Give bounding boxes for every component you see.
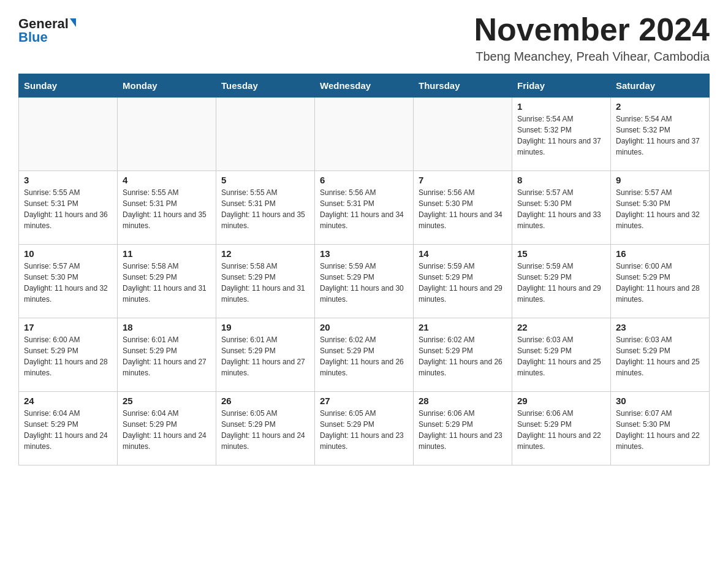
sun-info: Sunrise: 5:59 AMSunset: 5:29 PMDaylight:… bbox=[419, 261, 507, 305]
week-row-1: 1Sunrise: 5:54 AMSunset: 5:32 PMDaylight… bbox=[19, 98, 710, 171]
logo-blue-text: Blue bbox=[18, 31, 48, 44]
day-number: 8 bbox=[517, 175, 605, 185]
day-number: 24 bbox=[24, 396, 112, 406]
calendar-cell-3-3: 20Sunrise: 6:02 AMSunset: 5:29 PMDayligh… bbox=[315, 318, 414, 392]
sun-info: Sunrise: 5:55 AMSunset: 5:31 PMDaylight:… bbox=[123, 187, 211, 231]
calendar-cell-0-3 bbox=[315, 98, 414, 171]
weekday-header-row: Sunday Monday Tuesday Wednesday Thursday… bbox=[19, 74, 710, 98]
day-number: 21 bbox=[419, 322, 507, 332]
sun-info: Sunrise: 6:03 AMSunset: 5:29 PMDaylight:… bbox=[517, 334, 605, 378]
sun-info: Sunrise: 5:58 AMSunset: 5:29 PMDaylight:… bbox=[123, 261, 211, 305]
day-number: 6 bbox=[320, 175, 408, 185]
calendar-cell-1-2: 5Sunrise: 5:55 AMSunset: 5:31 PMDaylight… bbox=[216, 171, 315, 245]
day-number: 12 bbox=[221, 248, 309, 259]
day-number: 2 bbox=[616, 101, 704, 112]
logo-arrow-icon bbox=[70, 18, 76, 27]
calendar-cell-1-1: 4Sunrise: 5:55 AMSunset: 5:31 PMDaylight… bbox=[118, 171, 216, 245]
header-sunday: Sunday bbox=[19, 74, 118, 98]
header-friday: Friday bbox=[512, 74, 611, 98]
header-thursday: Thursday bbox=[414, 74, 512, 98]
sun-info: Sunrise: 6:00 AMSunset: 5:29 PMDaylight:… bbox=[616, 261, 704, 305]
header: General Blue November 2024 Tbeng Meanche… bbox=[18, 12, 710, 64]
calendar-cell-4-5: 29Sunrise: 6:06 AMSunset: 5:29 PMDayligh… bbox=[512, 392, 611, 465]
day-number: 1 bbox=[517, 101, 605, 112]
header-monday: Monday bbox=[118, 74, 216, 98]
day-number: 16 bbox=[616, 248, 704, 259]
sun-info: Sunrise: 5:57 AMSunset: 5:30 PMDaylight:… bbox=[24, 261, 112, 305]
day-number: 13 bbox=[320, 248, 408, 259]
sun-info: Sunrise: 5:57 AMSunset: 5:30 PMDaylight:… bbox=[616, 187, 704, 231]
week-row-2: 3Sunrise: 5:55 AMSunset: 5:31 PMDaylight… bbox=[19, 171, 710, 245]
calendar-cell-4-6: 30Sunrise: 6:07 AMSunset: 5:30 PMDayligh… bbox=[611, 392, 710, 465]
calendar-cell-1-5: 8Sunrise: 5:57 AMSunset: 5:30 PMDaylight… bbox=[512, 171, 611, 245]
calendar-cell-3-1: 18Sunrise: 6:01 AMSunset: 5:29 PMDayligh… bbox=[118, 318, 216, 392]
day-number: 23 bbox=[616, 322, 704, 332]
sun-info: Sunrise: 6:04 AMSunset: 5:29 PMDaylight:… bbox=[123, 408, 211, 452]
header-wednesday: Wednesday bbox=[315, 74, 414, 98]
day-number: 19 bbox=[221, 322, 309, 332]
calendar-cell-2-4: 14Sunrise: 5:59 AMSunset: 5:29 PMDayligh… bbox=[414, 245, 512, 318]
calendar-cell-2-3: 13Sunrise: 5:59 AMSunset: 5:29 PMDayligh… bbox=[315, 245, 414, 318]
sun-info: Sunrise: 6:03 AMSunset: 5:29 PMDaylight:… bbox=[616, 334, 704, 378]
day-number: 18 bbox=[123, 322, 211, 332]
calendar-table: Sunday Monday Tuesday Wednesday Thursday… bbox=[18, 74, 710, 465]
sun-info: Sunrise: 6:05 AMSunset: 5:29 PMDaylight:… bbox=[221, 408, 309, 452]
calendar-cell-2-6: 16Sunrise: 6:00 AMSunset: 5:29 PMDayligh… bbox=[611, 245, 710, 318]
calendar-cell-3-0: 17Sunrise: 6:00 AMSunset: 5:29 PMDayligh… bbox=[19, 318, 118, 392]
calendar-cell-0-0 bbox=[19, 98, 118, 171]
sun-info: Sunrise: 6:07 AMSunset: 5:30 PMDaylight:… bbox=[616, 408, 704, 452]
day-number: 28 bbox=[419, 396, 507, 406]
day-number: 5 bbox=[221, 175, 309, 185]
week-row-5: 24Sunrise: 6:04 AMSunset: 5:29 PMDayligh… bbox=[19, 392, 710, 465]
title-block: November 2024 Tbeng Meanchey, Preah Vihe… bbox=[474, 12, 710, 64]
day-number: 20 bbox=[320, 322, 408, 332]
calendar-cell-1-6: 9Sunrise: 5:57 AMSunset: 5:30 PMDaylight… bbox=[611, 171, 710, 245]
sun-info: Sunrise: 6:02 AMSunset: 5:29 PMDaylight:… bbox=[419, 334, 507, 378]
week-row-4: 17Sunrise: 6:00 AMSunset: 5:29 PMDayligh… bbox=[19, 318, 710, 392]
calendar-cell-1-3: 6Sunrise: 5:56 AMSunset: 5:31 PMDaylight… bbox=[315, 171, 414, 245]
day-number: 17 bbox=[24, 322, 112, 332]
calendar-cell-0-4 bbox=[414, 98, 512, 171]
sun-info: Sunrise: 6:06 AMSunset: 5:29 PMDaylight:… bbox=[517, 408, 605, 452]
calendar-cell-0-1 bbox=[118, 98, 216, 171]
day-number: 4 bbox=[123, 175, 211, 185]
sun-info: Sunrise: 6:01 AMSunset: 5:29 PMDaylight:… bbox=[221, 334, 309, 378]
header-tuesday: Tuesday bbox=[216, 74, 315, 98]
day-number: 11 bbox=[123, 248, 211, 259]
calendar-cell-4-1: 25Sunrise: 6:04 AMSunset: 5:29 PMDayligh… bbox=[118, 392, 216, 465]
calendar-cell-2-0: 10Sunrise: 5:57 AMSunset: 5:30 PMDayligh… bbox=[19, 245, 118, 318]
sun-info: Sunrise: 6:02 AMSunset: 5:29 PMDaylight:… bbox=[320, 334, 408, 378]
calendar-cell-4-3: 27Sunrise: 6:05 AMSunset: 5:29 PMDayligh… bbox=[315, 392, 414, 465]
logo: General Blue bbox=[18, 17, 76, 44]
day-number: 9 bbox=[616, 175, 704, 185]
day-number: 29 bbox=[517, 396, 605, 406]
week-row-3: 10Sunrise: 5:57 AMSunset: 5:30 PMDayligh… bbox=[19, 245, 710, 318]
calendar-cell-2-2: 12Sunrise: 5:58 AMSunset: 5:29 PMDayligh… bbox=[216, 245, 315, 318]
logo-general-text: General bbox=[18, 17, 69, 31]
day-number: 15 bbox=[517, 248, 605, 259]
sun-info: Sunrise: 6:06 AMSunset: 5:29 PMDaylight:… bbox=[419, 408, 507, 452]
day-number: 3 bbox=[24, 175, 112, 185]
calendar-cell-3-5: 22Sunrise: 6:03 AMSunset: 5:29 PMDayligh… bbox=[512, 318, 611, 392]
day-number: 26 bbox=[221, 396, 309, 406]
calendar-cell-1-4: 7Sunrise: 5:56 AMSunset: 5:30 PMDaylight… bbox=[414, 171, 512, 245]
sun-info: Sunrise: 5:56 AMSunset: 5:30 PMDaylight:… bbox=[419, 187, 507, 231]
sun-info: Sunrise: 5:56 AMSunset: 5:31 PMDaylight:… bbox=[320, 187, 408, 231]
sun-info: Sunrise: 6:00 AMSunset: 5:29 PMDaylight:… bbox=[24, 334, 112, 378]
sun-info: Sunrise: 5:59 AMSunset: 5:29 PMDaylight:… bbox=[517, 261, 605, 305]
calendar-title: November 2024 bbox=[474, 12, 710, 47]
calendar-subtitle: Tbeng Meanchey, Preah Vihear, Cambodia bbox=[474, 50, 710, 64]
sun-info: Sunrise: 5:58 AMSunset: 5:29 PMDaylight:… bbox=[221, 261, 309, 305]
calendar-cell-0-2 bbox=[216, 98, 315, 171]
sun-info: Sunrise: 6:01 AMSunset: 5:29 PMDaylight:… bbox=[123, 334, 211, 378]
day-number: 22 bbox=[517, 322, 605, 332]
calendar-cell-3-4: 21Sunrise: 6:02 AMSunset: 5:29 PMDayligh… bbox=[414, 318, 512, 392]
day-number: 14 bbox=[419, 248, 507, 259]
sun-info: Sunrise: 5:54 AMSunset: 5:32 PMDaylight:… bbox=[616, 113, 704, 158]
calendar-cell-3-6: 23Sunrise: 6:03 AMSunset: 5:29 PMDayligh… bbox=[611, 318, 710, 392]
day-number: 7 bbox=[419, 175, 507, 185]
calendar-cell-2-5: 15Sunrise: 5:59 AMSunset: 5:29 PMDayligh… bbox=[512, 245, 611, 318]
calendar-cell-0-5: 1Sunrise: 5:54 AMSunset: 5:32 PMDaylight… bbox=[512, 98, 611, 171]
calendar-cell-4-0: 24Sunrise: 6:04 AMSunset: 5:29 PMDayligh… bbox=[19, 392, 118, 465]
calendar-cell-4-4: 28Sunrise: 6:06 AMSunset: 5:29 PMDayligh… bbox=[414, 392, 512, 465]
